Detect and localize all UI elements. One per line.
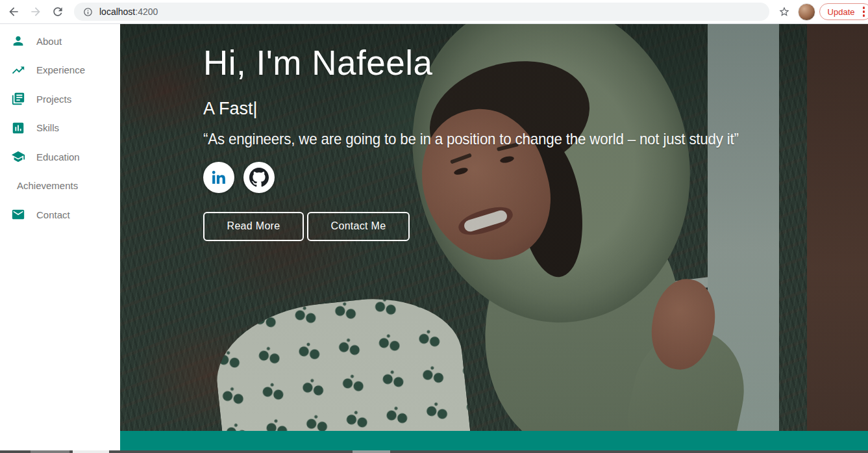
contact-me-button[interactable]: Contact Me xyxy=(307,212,410,241)
profile-avatar[interactable] xyxy=(798,3,815,21)
taskbar-strip xyxy=(0,450,868,453)
hero-buttons: Read More Contact Me xyxy=(203,212,868,241)
chrome-update-button[interactable]: Update xyxy=(819,3,868,20)
hero-quote: “As engineers, we are going to be in a p… xyxy=(203,130,821,148)
linkedin-icon xyxy=(210,168,228,187)
library-books-icon xyxy=(10,91,26,107)
forward-arrow-icon xyxy=(29,5,42,18)
github-button[interactable] xyxy=(243,162,275,193)
email-icon xyxy=(10,207,26,222)
reload-icon xyxy=(51,5,64,18)
sidebar-item-label: Skills xyxy=(36,122,59,133)
sidebar-item-label: Achievements xyxy=(17,180,78,191)
update-label: Update xyxy=(828,7,855,17)
read-more-button[interactable]: Read More xyxy=(203,212,304,241)
sidebar-item-label: Contact xyxy=(36,209,70,220)
url-text: localhost:4200 xyxy=(99,6,158,17)
person-icon xyxy=(10,33,26,49)
sidebar-item-label: Education xyxy=(36,151,80,162)
sidebar-item-label: Projects xyxy=(36,94,71,105)
typing-caret: | xyxy=(253,99,258,118)
github-icon xyxy=(249,168,269,187)
menu-kebab-icon[interactable] xyxy=(862,5,867,18)
sidebar-item-skills[interactable]: Skills xyxy=(0,114,120,143)
typed-text: A Fast xyxy=(203,99,253,118)
bar-chart-icon xyxy=(10,120,26,136)
page-body: About Experience Projects Skills Educati… xyxy=(0,24,868,453)
hero-section: Hi, I'm Nafeela A Fast| “As engineers, w… xyxy=(120,24,868,453)
address-bar[interactable]: localhost:4200 xyxy=(74,3,769,21)
url-port: :4200 xyxy=(135,6,158,17)
browser-toolbar: localhost:4200 Update xyxy=(0,0,868,24)
trending-up-icon xyxy=(10,62,26,78)
sidebar-item-projects[interactable]: Projects xyxy=(0,84,120,114)
bookmark-button[interactable] xyxy=(775,2,794,21)
back-arrow-icon xyxy=(7,5,20,18)
typed-text-line: A Fast| xyxy=(203,99,868,119)
sidebar-item-education[interactable]: Education xyxy=(0,142,120,172)
sidebar-item-about[interactable]: About xyxy=(0,27,120,56)
graduation-cap-icon xyxy=(10,149,26,164)
url-host: localhost xyxy=(99,6,135,17)
star-icon xyxy=(778,6,790,18)
hero-title: Hi, I'm Nafeela xyxy=(203,44,868,83)
reload-button[interactable] xyxy=(48,2,68,21)
next-section-band xyxy=(120,431,868,450)
sidebar-item-contact[interactable]: Contact xyxy=(0,200,120,229)
sidebar-item-label: About xyxy=(36,36,62,47)
hero-content: Hi, I'm Nafeela A Fast| “As engineers, w… xyxy=(120,24,868,431)
back-button[interactable] xyxy=(4,2,23,21)
sidebar-item-experience[interactable]: Experience xyxy=(0,56,120,85)
sidebar-item-achievements[interactable]: Achievements xyxy=(0,172,120,201)
sidebar-item-label: Experience xyxy=(36,64,85,75)
social-links xyxy=(203,162,868,193)
forward-button[interactable] xyxy=(26,2,45,21)
linkedin-button[interactable] xyxy=(203,162,234,193)
site-info-icon xyxy=(83,7,93,17)
sidebar-nav: About Experience Projects Skills Educati… xyxy=(0,24,120,453)
